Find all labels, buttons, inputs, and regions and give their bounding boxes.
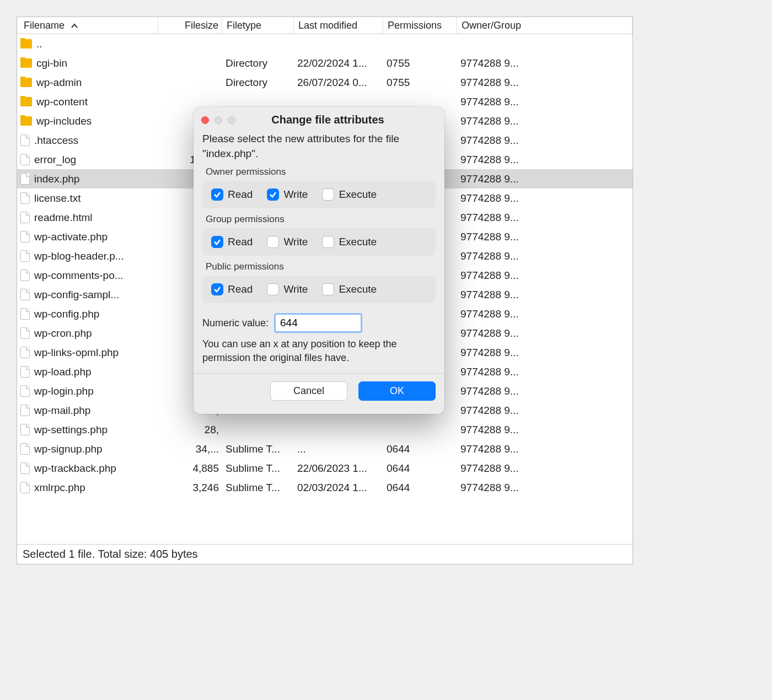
dialog-title: Change file attributes — [241, 114, 415, 126]
owner-permissions-row: Read Write Execute — [202, 181, 436, 208]
column-header-permissions[interactable]: Permissions — [383, 18, 457, 34]
filename-label: wp-admin — [36, 77, 82, 89]
file-icon — [20, 289, 30, 300]
public-write-checkbox[interactable]: Write — [267, 283, 308, 295]
file-row[interactable]: cgi-binDirectory22/02/2024 1...075597742… — [17, 53, 632, 73]
permissions-label: 0644 — [383, 443, 457, 455]
file-icon — [20, 173, 30, 185]
file-listing-panel: Filename Filesize Filetype Last modified… — [17, 17, 633, 564]
owner-label: 9774288 9... — [457, 57, 529, 69]
public-read-checkbox[interactable]: Read — [211, 283, 253, 295]
filename-label: wp-load.php — [34, 366, 92, 378]
owner-label: 9774288 9... — [457, 250, 529, 262]
filename-label: index.php — [34, 173, 79, 185]
file-icon — [20, 134, 30, 146]
owner-read-checkbox[interactable]: Read — [211, 189, 253, 201]
file-icon — [20, 154, 30, 165]
filename-label: wp-config.php — [34, 308, 99, 320]
file-icon — [20, 327, 30, 339]
filename-label: wp-content — [36, 96, 88, 108]
owner-label: 9774288 9... — [457, 482, 529, 494]
column-header-filetype[interactable]: Filetype — [222, 18, 294, 34]
file-row[interactable]: xmlrpc.php3,246Sublime T...02/03/2024 1.… — [17, 478, 632, 497]
column-header-filename[interactable]: Filename — [17, 18, 158, 34]
filename-label: wp-trackback.php — [34, 462, 116, 475]
file-row[interactable]: wp-signup.php34,...Sublime T......064497… — [17, 439, 632, 459]
numeric-value-label: Numeric value: — [202, 317, 269, 329]
modified-label: 22/02/2024 1... — [294, 57, 383, 69]
sort-ascending-icon — [71, 20, 78, 31]
dialog-divider — [194, 373, 444, 374]
owner-label: 9774288 9... — [457, 462, 529, 475]
filename-label: wp-includes — [36, 115, 92, 127]
folder-icon — [20, 58, 32, 68]
filename-label: wp-signup.php — [34, 443, 103, 455]
window-close-icon[interactable] — [201, 116, 209, 124]
window-minimize-icon — [215, 116, 222, 124]
file-icon — [20, 482, 30, 493]
file-icon — [20, 308, 30, 320]
file-row[interactable]: wp-adminDirectory26/07/2024 0...07559774… — [17, 73, 632, 92]
column-header-filesize[interactable]: Filesize — [158, 18, 222, 34]
permissions-label: 0755 — [383, 77, 457, 89]
modified-label: ... — [294, 443, 383, 455]
filesize-label: 3,246 — [158, 482, 222, 494]
group-execute-checkbox[interactable]: Execute — [322, 236, 377, 248]
window-maximize-icon — [228, 116, 235, 124]
dialog-titlebar: Change file attributes — [194, 107, 444, 132]
dialog-intro-text: Please select the new attributes for the… — [202, 132, 436, 161]
owner-label: 9774288 9... — [457, 192, 529, 204]
owner-write-checkbox[interactable]: Write — [267, 189, 308, 201]
cancel-button[interactable]: Cancel — [270, 381, 347, 401]
column-header-last-modified[interactable]: Last modified — [294, 18, 383, 34]
file-icon — [20, 347, 30, 358]
column-header-filename-label: Filename — [24, 20, 65, 31]
owner-label: 9774288 9... — [457, 154, 529, 166]
file-icon — [20, 250, 30, 262]
filetype-label: Sublime T... — [222, 462, 294, 475]
permissions-label: 0644 — [383, 482, 457, 494]
file-row[interactable]: wp-settings.php28,9774288 9... — [17, 420, 632, 439]
filename-label: wp-comments-po... — [34, 270, 124, 282]
filename-label: license.txt — [34, 192, 81, 204]
owner-label: 9774288 9... — [457, 115, 529, 127]
file-icon — [20, 366, 30, 378]
group-permissions-label: Group permissions — [206, 214, 436, 225]
group-permissions-row: Read Write Execute — [202, 228, 436, 256]
filename-label: .. — [36, 38, 42, 50]
file-icon — [20, 270, 30, 281]
group-read-checkbox[interactable]: Read — [211, 236, 253, 248]
public-execute-checkbox[interactable]: Execute — [322, 283, 377, 295]
filetype-label: Directory — [222, 77, 294, 89]
folder-icon — [20, 116, 32, 126]
file-icon — [20, 231, 30, 243]
owner-label: 9774288 9... — [457, 327, 529, 340]
owner-label: 9774288 9... — [457, 96, 529, 108]
owner-label: 9774288 9... — [457, 424, 529, 436]
owner-label: 9774288 9... — [457, 134, 529, 147]
file-row[interactable]: .. — [17, 34, 632, 53]
modified-label: 22/06/2023 1... — [294, 462, 383, 475]
file-icon — [20, 192, 30, 204]
public-permissions-row: Read Write Execute — [202, 276, 436, 303]
owner-label: 9774288 9... — [457, 308, 529, 320]
owner-execute-checkbox[interactable]: Execute — [322, 189, 377, 201]
ok-button[interactable]: OK — [358, 381, 436, 401]
filename-label: xmlrpc.php — [34, 482, 85, 494]
file-icon — [20, 405, 30, 416]
modified-label: 02/03/2024 1... — [294, 482, 383, 494]
owner-label: 9774288 9... — [457, 270, 529, 282]
group-write-checkbox[interactable]: Write — [267, 236, 308, 248]
filetype-label: Sublime T... — [222, 443, 294, 455]
dialog-help-text: You can use an x at any position to keep… — [202, 337, 436, 365]
owner-label: 9774288 9... — [457, 231, 529, 243]
column-header-owner-group[interactable]: Owner/Group — [457, 18, 632, 34]
filename-label: wp-settings.php — [34, 424, 108, 436]
file-row[interactable]: wp-trackback.php4,885Sublime T...22/06/2… — [17, 459, 632, 478]
filename-label: wp-config-sampl... — [34, 289, 119, 301]
numeric-value-input[interactable] — [274, 313, 362, 333]
permissions-label: 0755 — [383, 57, 457, 69]
filename-label: .htaccess — [34, 134, 78, 147]
filename-label: cgi-bin — [36, 57, 67, 69]
file-icon — [20, 212, 30, 223]
